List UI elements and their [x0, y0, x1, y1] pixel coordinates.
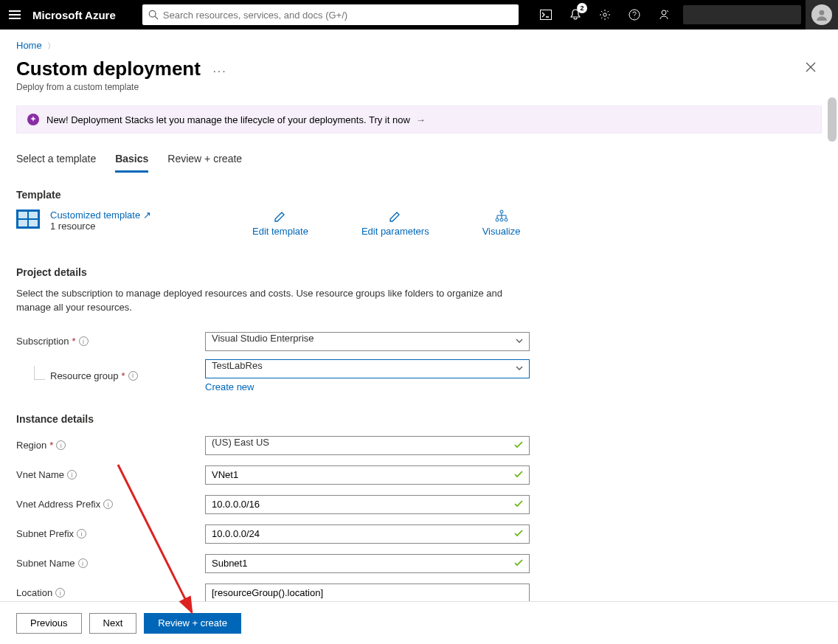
- notifications-icon[interactable]: 2: [561, 0, 590, 30]
- settings-icon[interactable]: [590, 0, 620, 30]
- close-icon: [806, 62, 816, 72]
- subnet-prefix-input[interactable]: [205, 524, 530, 544]
- info-icon[interactable]: i: [79, 336, 89, 346]
- page-title: Custom deployment: [16, 58, 201, 80]
- avatar-wrap[interactable]: [806, 0, 838, 30]
- title-area: Custom deployment ··· Deploy from a cust…: [0, 58, 838, 100]
- vnet-prefix-label: Vnet Address Prefix: [16, 499, 100, 510]
- template-resource-count: 1 resource: [50, 221, 151, 232]
- external-link-icon: ↗: [143, 210, 151, 221]
- check-icon: [513, 528, 524, 541]
- tab-basics[interactable]: Basics: [115, 153, 148, 173]
- row-subnet-prefix: Subnet Prefix i: [16, 522, 822, 546]
- arrow-right-icon: →: [416, 114, 426, 125]
- more-actions[interactable]: ···: [212, 65, 226, 78]
- info-icon[interactable]: i: [77, 529, 86, 539]
- vnet-name-label: Vnet Name: [16, 469, 64, 480]
- previous-button[interactable]: Previous: [16, 613, 82, 634]
- info-icon[interactable]: i: [128, 371, 138, 381]
- edit-parameters-button[interactable]: Edit parameters: [361, 210, 429, 237]
- row-vnet-prefix: Vnet Address Prefix i: [16, 493, 822, 516]
- subscription-select[interactable]: Visual Studio Enterprise: [205, 332, 530, 351]
- create-new-rg-link[interactable]: Create new: [205, 381, 254, 392]
- tab-review-create[interactable]: Review + create: [167, 153, 242, 173]
- vnet-name-input[interactable]: [205, 465, 530, 485]
- resource-group-label: Resource group: [50, 370, 119, 381]
- breadcrumb-home[interactable]: Home: [16, 40, 42, 51]
- info-icon[interactable]: i: [78, 558, 88, 568]
- location-label: Location: [16, 587, 52, 598]
- feedback-icon[interactable]: [649, 0, 679, 30]
- footer: Previous Next Review + create: [0, 601, 838, 644]
- project-details-heading: Project details: [16, 266, 822, 278]
- row-resource-group: Resource group * i TestLabRes Create new: [16, 359, 822, 392]
- info-banner[interactable]: New! Deployment Stacks let you manage th…: [16, 105, 822, 134]
- svg-point-8: [496, 218, 499, 221]
- customized-template-link[interactable]: Customized template ↗: [50, 210, 151, 221]
- svg-point-7: [500, 210, 503, 213]
- subnet-name-input[interactable]: [205, 554, 530, 573]
- project-details-help: Select the subscription to manage deploy…: [16, 287, 533, 315]
- help-icon[interactable]: [620, 0, 649, 30]
- pencil-icon: [389, 210, 402, 223]
- search-icon: [148, 10, 159, 20]
- svg-point-10: [505, 218, 508, 221]
- row-subnet-name: Subnet Name i: [16, 552, 822, 575]
- edit-template-button[interactable]: Edit template: [252, 210, 308, 237]
- region-select[interactable]: (US) East US: [205, 436, 530, 455]
- page-subtitle: Deploy from a custom template: [16, 82, 822, 92]
- search-box[interactable]: [142, 4, 519, 25]
- person-icon: [815, 8, 828, 21]
- svg-point-5: [662, 10, 666, 15]
- location-input[interactable]: [205, 584, 530, 603]
- svg-point-6: [820, 10, 825, 15]
- avatar: [811, 4, 832, 25]
- template-actions: Edit template Edit parameters Visualize: [252, 210, 822, 237]
- subnet-prefix-label: Subnet Prefix: [16, 528, 74, 539]
- check-icon: [513, 499, 524, 511]
- template-grid-icon: [16, 210, 40, 229]
- info-icon[interactable]: i: [103, 499, 113, 509]
- subnet-name-label: Subnet Name: [16, 558, 75, 569]
- topbar: Microsoft Azure 2: [0, 0, 838, 30]
- row-region: Region * i (US) East US: [16, 434, 822, 457]
- search-input[interactable]: [163, 10, 513, 21]
- hamburger-menu[interactable]: [0, 0, 30, 30]
- next-button[interactable]: Next: [89, 613, 137, 634]
- info-icon[interactable]: i: [55, 588, 65, 598]
- subscription-label: Subscription: [16, 336, 69, 347]
- review-create-button[interactable]: Review + create: [144, 613, 241, 634]
- required-mark: *: [72, 336, 76, 347]
- scrollbar-thumb[interactable]: [828, 97, 837, 142]
- tab-select-template[interactable]: Select a template: [16, 153, 96, 173]
- sparkle-icon: [27, 114, 39, 125]
- required-mark: *: [49, 440, 53, 451]
- svg-rect-2: [541, 10, 552, 20]
- required-mark: *: [122, 370, 125, 381]
- content: Template Customized template ↗ 1 resourc…: [0, 173, 838, 608]
- pencil-icon: [274, 210, 287, 223]
- check-icon: [513, 469, 524, 482]
- tabs: Select a template Basics Review + create: [0, 134, 838, 173]
- search-wrap: [142, 4, 519, 25]
- svg-point-9: [500, 218, 503, 221]
- svg-line-1: [155, 16, 158, 19]
- notification-badge: 2: [577, 3, 587, 13]
- breadcrumb: Home 〉: [0, 30, 838, 58]
- row-vnet-name: Vnet Name i: [16, 463, 822, 487]
- vnet-prefix-input[interactable]: [205, 495, 530, 514]
- hamburger-icon: [9, 10, 21, 19]
- svg-point-3: [603, 13, 606, 16]
- cloud-shell-icon[interactable]: [531, 0, 561, 30]
- visualize-button[interactable]: Visualize: [482, 210, 521, 237]
- instance-details-heading: Instance details: [16, 413, 822, 425]
- info-icon[interactable]: i: [56, 440, 66, 450]
- account-region[interactable]: [683, 5, 801, 24]
- template-heading: Template: [16, 189, 822, 201]
- info-icon[interactable]: i: [67, 470, 77, 479]
- topbar-right: 2: [531, 0, 838, 30]
- close-blade[interactable]: [806, 62, 816, 75]
- resource-group-select[interactable]: TestLabRes: [205, 359, 530, 378]
- brand-label[interactable]: Microsoft Azure: [30, 9, 128, 21]
- check-icon: [513, 440, 524, 452]
